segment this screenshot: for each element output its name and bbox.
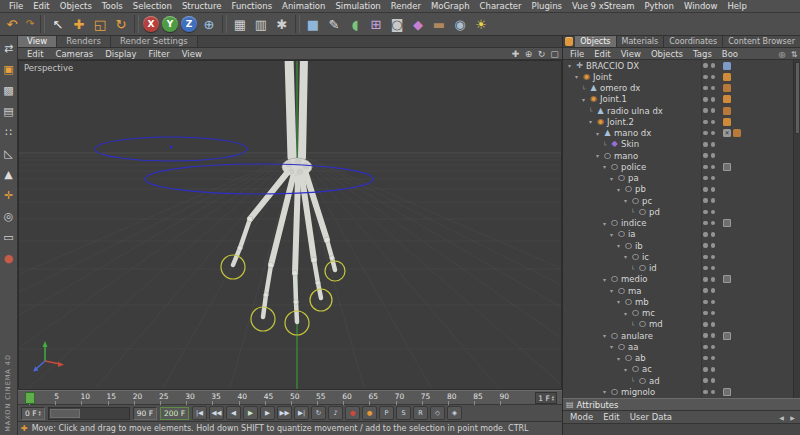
tree-row-ic[interactable]: ▾ ○ ic bbox=[563, 251, 794, 262]
om-menu-edit[interactable]: Edit bbox=[589, 49, 615, 59]
tab-render-settings[interactable]: Render Settings bbox=[111, 36, 198, 47]
tree-row-skin[interactable]: └ ◆ Skin bbox=[563, 139, 794, 150]
render-visibility-dot[interactable] bbox=[711, 266, 716, 271]
editor-visibility-dot[interactable] bbox=[703, 63, 708, 68]
render-visibility-dot[interactable] bbox=[711, 311, 716, 316]
render-visibility-dot[interactable] bbox=[711, 243, 716, 248]
render-visibility-dot[interactable] bbox=[711, 165, 716, 170]
vp-menu-view[interactable]: View bbox=[176, 49, 208, 59]
tree-row-ab[interactable]: ▾ ○ ab bbox=[563, 353, 794, 364]
menu-file[interactable]: File bbox=[4, 1, 28, 11]
lock-y-button[interactable]: Y bbox=[162, 16, 178, 32]
panel-icon[interactable] bbox=[565, 37, 573, 46]
constraint-tag[interactable] bbox=[723, 84, 731, 92]
record-parameter-button[interactable]: ◇ bbox=[430, 406, 445, 420]
expander-icon[interactable]: ▾ bbox=[593, 152, 602, 159]
viewport-canvas[interactable]: Perspective bbox=[18, 60, 562, 390]
model-mode-icon[interactable]: ▣ bbox=[1, 62, 16, 77]
editor-visibility-dot[interactable] bbox=[703, 176, 708, 181]
tree-row-pc[interactable]: ▾ ○ pc bbox=[563, 195, 794, 206]
expander-icon[interactable]: └ bbox=[579, 85, 588, 92]
expander-icon[interactable]: ▾ bbox=[607, 343, 616, 350]
menu-character[interactable]: Character bbox=[475, 1, 527, 11]
render-visibility-dot[interactable] bbox=[711, 333, 716, 338]
polygons-mode-icon[interactable]: ▲ bbox=[1, 167, 16, 182]
redo-icon[interactable]: ↷ bbox=[23, 14, 37, 34]
expander-icon[interactable]: └ bbox=[600, 141, 609, 148]
menu-plugins[interactable]: Plugins bbox=[527, 1, 567, 11]
tree-row-ad[interactable]: └ ○ ad bbox=[563, 375, 794, 386]
expander-icon[interactable]: ▾ bbox=[621, 253, 630, 260]
expander-icon[interactable]: ▾ bbox=[600, 332, 609, 339]
expander-icon[interactable]: ▾ bbox=[586, 118, 595, 125]
constraint-tag[interactable] bbox=[723, 107, 731, 115]
add-deformer-icon[interactable]: ◆ bbox=[408, 14, 428, 34]
expander-icon[interactable]: ▾ bbox=[600, 163, 609, 170]
expander-icon[interactable]: ▾ bbox=[579, 96, 588, 103]
move-icon[interactable]: ✚ bbox=[69, 14, 89, 34]
render-visibility-dot[interactable] bbox=[711, 221, 716, 226]
editor-visibility-dot[interactable] bbox=[703, 142, 708, 147]
tree-row-aa[interactable]: ▾ ○ aa bbox=[563, 341, 794, 352]
record-rotation-button[interactable]: R bbox=[413, 406, 428, 420]
menu-selection[interactable]: Selection bbox=[128, 1, 177, 11]
menu-render[interactable]: Render bbox=[386, 1, 426, 11]
vp-menu-edit[interactable]: Edit bbox=[21, 49, 49, 59]
expander-icon[interactable]: ▾ bbox=[621, 310, 630, 317]
editor-visibility-dot[interactable] bbox=[703, 333, 708, 338]
tree-row-mignolo[interactable]: ▾ ○ mignolo bbox=[563, 386, 794, 397]
workplane-mode-icon[interactable]: ▤ bbox=[1, 104, 16, 119]
render-view-icon[interactable]: ▦ bbox=[230, 14, 250, 34]
points-mode-icon[interactable]: ∷ bbox=[1, 125, 16, 140]
om-menu-file[interactable]: File bbox=[565, 49, 589, 59]
spinner-arrows[interactable]: ▴▾ bbox=[552, 395, 554, 402]
forward-button[interactable]: ▶ bbox=[787, 412, 798, 423]
ik-tag[interactable] bbox=[723, 95, 731, 103]
expander-icon[interactable]: ▾ bbox=[600, 388, 609, 395]
render-visibility-dot[interactable] bbox=[711, 345, 716, 350]
ikspline-tag[interactable] bbox=[723, 275, 731, 283]
tree-row-omero-dx[interactable]: └ ▲ omero dx bbox=[563, 83, 794, 94]
add-spline-icon[interactable]: ✎ bbox=[324, 14, 344, 34]
menu-structure[interactable]: Structure bbox=[177, 1, 227, 11]
menu-tools[interactable]: Tools bbox=[97, 1, 128, 11]
record-scale-button[interactable]: S bbox=[396, 406, 411, 420]
expander-icon[interactable]: ▾ bbox=[614, 355, 623, 362]
toggle-view-icon[interactable]: ▢ bbox=[548, 49, 561, 60]
tab-coordinates[interactable]: Coordinates bbox=[664, 36, 723, 47]
frame-step-field[interactable]: 1 F ▴▾ bbox=[535, 392, 557, 404]
render-visibility-dot[interactable] bbox=[711, 153, 716, 158]
tree-row-md[interactable]: └ ○ md bbox=[563, 319, 794, 330]
menu-animation[interactable]: Animation bbox=[277, 1, 330, 11]
tree-row-mc[interactable]: ▾ ○ mc bbox=[563, 308, 794, 319]
tree-scrollbar-thumb[interactable] bbox=[795, 62, 800, 134]
current-frame-field[interactable]: 0 F ▴▾ bbox=[21, 407, 45, 420]
lock-z-button[interactable]: Z bbox=[181, 16, 197, 32]
render-picture-viewer-icon[interactable]: ▥ bbox=[251, 14, 271, 34]
add-camera-icon[interactable]: ◉ bbox=[450, 14, 470, 34]
snap-icon[interactable]: ◎ bbox=[1, 209, 16, 224]
editor-visibility-dot[interactable] bbox=[703, 300, 708, 305]
expander-icon[interactable]: └ bbox=[628, 377, 637, 384]
tree-row-ac[interactable]: ▾ ○ ac bbox=[563, 364, 794, 375]
vp-menu-display[interactable]: Display bbox=[99, 49, 142, 59]
editor-visibility-dot[interactable] bbox=[703, 311, 708, 316]
rotate-icon[interactable]: ↻ bbox=[111, 14, 131, 34]
goto-end-button[interactable]: ▶| bbox=[294, 406, 309, 420]
tree-row-joint-2[interactable]: ▾ ◉ Joint.2 bbox=[563, 116, 794, 127]
expander-icon[interactable]: ▾ bbox=[600, 276, 609, 283]
play-button[interactable]: ▶ bbox=[243, 406, 258, 420]
editor-visibility-dot[interactable] bbox=[703, 322, 708, 327]
back-button[interactable]: ◀ bbox=[776, 412, 787, 423]
record-position-button[interactable]: P bbox=[379, 406, 394, 420]
render-visibility-dot[interactable] bbox=[711, 120, 716, 125]
scroll-to-active-icon[interactable]: ⇅ bbox=[788, 49, 800, 60]
menu-objects[interactable]: Objects bbox=[55, 1, 97, 11]
max-frame-field[interactable]: 200 F bbox=[160, 407, 189, 420]
autokey-button[interactable]: ● bbox=[362, 406, 377, 420]
editor-visibility-dot[interactable] bbox=[703, 165, 708, 170]
ikspline-tag[interactable] bbox=[723, 163, 731, 171]
render-visibility-dot[interactable] bbox=[711, 75, 716, 80]
xpresso-tag[interactable] bbox=[723, 62, 731, 70]
render-visibility-dot[interactable] bbox=[711, 63, 716, 68]
